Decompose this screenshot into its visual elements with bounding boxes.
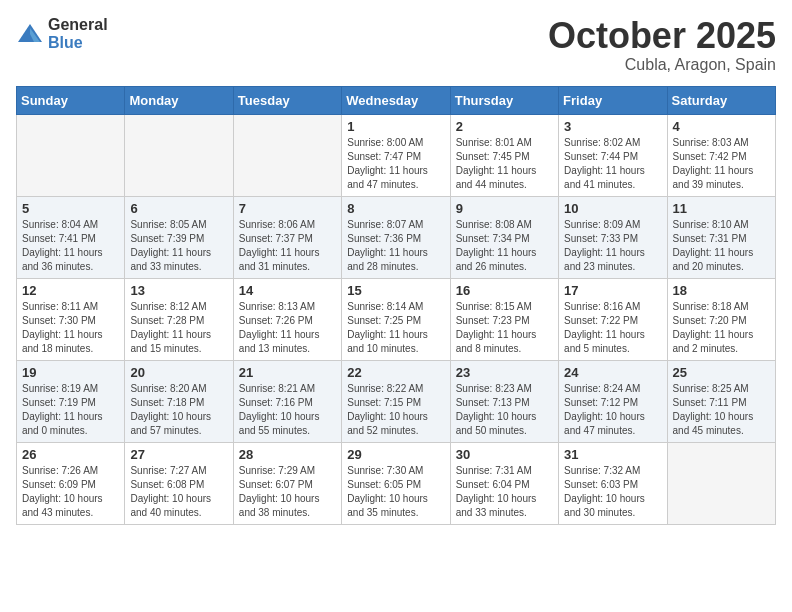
calendar-day-cell <box>233 114 341 196</box>
logo: General Blue <box>16 16 108 51</box>
calendar-week-row: 26Sunrise: 7:26 AM Sunset: 6:09 PM Dayli… <box>17 442 776 524</box>
day-number: 21 <box>239 365 336 380</box>
calendar-day-cell: 29Sunrise: 7:30 AM Sunset: 6:05 PM Dayli… <box>342 442 450 524</box>
day-info: Sunrise: 7:31 AM Sunset: 6:04 PM Dayligh… <box>456 464 553 520</box>
day-number: 31 <box>564 447 661 462</box>
day-info: Sunrise: 8:23 AM Sunset: 7:13 PM Dayligh… <box>456 382 553 438</box>
day-number: 5 <box>22 201 119 216</box>
calendar-day-cell: 1Sunrise: 8:00 AM Sunset: 7:47 PM Daylig… <box>342 114 450 196</box>
day-number: 14 <box>239 283 336 298</box>
day-number: 9 <box>456 201 553 216</box>
weekday-header: Tuesday <box>233 86 341 114</box>
calendar-week-row: 19Sunrise: 8:19 AM Sunset: 7:19 PM Dayli… <box>17 360 776 442</box>
calendar-week-row: 1Sunrise: 8:00 AM Sunset: 7:47 PM Daylig… <box>17 114 776 196</box>
weekday-header: Thursday <box>450 86 558 114</box>
day-info: Sunrise: 8:18 AM Sunset: 7:20 PM Dayligh… <box>673 300 770 356</box>
day-number: 8 <box>347 201 444 216</box>
day-info: Sunrise: 8:05 AM Sunset: 7:39 PM Dayligh… <box>130 218 227 274</box>
day-info: Sunrise: 7:26 AM Sunset: 6:09 PM Dayligh… <box>22 464 119 520</box>
weekday-header: Sunday <box>17 86 125 114</box>
location-title: Cubla, Aragon, Spain <box>548 56 776 74</box>
weekday-header-row: SundayMondayTuesdayWednesdayThursdayFrid… <box>17 86 776 114</box>
weekday-header: Monday <box>125 86 233 114</box>
day-number: 10 <box>564 201 661 216</box>
day-number: 25 <box>673 365 770 380</box>
day-number: 20 <box>130 365 227 380</box>
day-number: 7 <box>239 201 336 216</box>
day-info: Sunrise: 8:07 AM Sunset: 7:36 PM Dayligh… <box>347 218 444 274</box>
day-number: 27 <box>130 447 227 462</box>
day-info: Sunrise: 7:32 AM Sunset: 6:03 PM Dayligh… <box>564 464 661 520</box>
page-header: General Blue October 2025 Cubla, Aragon,… <box>16 16 776 74</box>
calendar-day-cell: 7Sunrise: 8:06 AM Sunset: 7:37 PM Daylig… <box>233 196 341 278</box>
calendar-day-cell: 18Sunrise: 8:18 AM Sunset: 7:20 PM Dayli… <box>667 278 775 360</box>
day-info: Sunrise: 8:16 AM Sunset: 7:22 PM Dayligh… <box>564 300 661 356</box>
calendar-day-cell: 4Sunrise: 8:03 AM Sunset: 7:42 PM Daylig… <box>667 114 775 196</box>
day-info: Sunrise: 8:00 AM Sunset: 7:47 PM Dayligh… <box>347 136 444 192</box>
calendar-day-cell: 12Sunrise: 8:11 AM Sunset: 7:30 PM Dayli… <box>17 278 125 360</box>
calendar-day-cell: 16Sunrise: 8:15 AM Sunset: 7:23 PM Dayli… <box>450 278 558 360</box>
calendar-day-cell: 20Sunrise: 8:20 AM Sunset: 7:18 PM Dayli… <box>125 360 233 442</box>
day-number: 30 <box>456 447 553 462</box>
day-info: Sunrise: 8:25 AM Sunset: 7:11 PM Dayligh… <box>673 382 770 438</box>
calendar-day-cell <box>667 442 775 524</box>
calendar-day-cell: 22Sunrise: 8:22 AM Sunset: 7:15 PM Dayli… <box>342 360 450 442</box>
day-number: 23 <box>456 365 553 380</box>
calendar-day-cell: 11Sunrise: 8:10 AM Sunset: 7:31 PM Dayli… <box>667 196 775 278</box>
calendar-day-cell: 26Sunrise: 7:26 AM Sunset: 6:09 PM Dayli… <box>17 442 125 524</box>
logo-text: General Blue <box>48 16 108 51</box>
day-number: 13 <box>130 283 227 298</box>
day-number: 28 <box>239 447 336 462</box>
day-info: Sunrise: 8:21 AM Sunset: 7:16 PM Dayligh… <box>239 382 336 438</box>
day-info: Sunrise: 7:29 AM Sunset: 6:07 PM Dayligh… <box>239 464 336 520</box>
day-info: Sunrise: 8:12 AM Sunset: 7:28 PM Dayligh… <box>130 300 227 356</box>
calendar-day-cell: 23Sunrise: 8:23 AM Sunset: 7:13 PM Dayli… <box>450 360 558 442</box>
calendar-day-cell: 19Sunrise: 8:19 AM Sunset: 7:19 PM Dayli… <box>17 360 125 442</box>
day-info: Sunrise: 8:06 AM Sunset: 7:37 PM Dayligh… <box>239 218 336 274</box>
calendar-day-cell <box>17 114 125 196</box>
day-info: Sunrise: 8:20 AM Sunset: 7:18 PM Dayligh… <box>130 382 227 438</box>
calendar-day-cell: 27Sunrise: 7:27 AM Sunset: 6:08 PM Dayli… <box>125 442 233 524</box>
calendar-day-cell: 24Sunrise: 8:24 AM Sunset: 7:12 PM Dayli… <box>559 360 667 442</box>
calendar-day-cell: 8Sunrise: 8:07 AM Sunset: 7:36 PM Daylig… <box>342 196 450 278</box>
day-info: Sunrise: 8:22 AM Sunset: 7:15 PM Dayligh… <box>347 382 444 438</box>
day-info: Sunrise: 8:02 AM Sunset: 7:44 PM Dayligh… <box>564 136 661 192</box>
calendar-day-cell: 5Sunrise: 8:04 AM Sunset: 7:41 PM Daylig… <box>17 196 125 278</box>
day-info: Sunrise: 8:09 AM Sunset: 7:33 PM Dayligh… <box>564 218 661 274</box>
day-number: 12 <box>22 283 119 298</box>
day-number: 17 <box>564 283 661 298</box>
day-info: Sunrise: 7:27 AM Sunset: 6:08 PM Dayligh… <box>130 464 227 520</box>
day-number: 29 <box>347 447 444 462</box>
calendar-day-cell: 31Sunrise: 7:32 AM Sunset: 6:03 PM Dayli… <box>559 442 667 524</box>
calendar-day-cell: 10Sunrise: 8:09 AM Sunset: 7:33 PM Dayli… <box>559 196 667 278</box>
calendar-day-cell <box>125 114 233 196</box>
calendar-table: SundayMondayTuesdayWednesdayThursdayFrid… <box>16 86 776 525</box>
day-number: 4 <box>673 119 770 134</box>
calendar-week-row: 5Sunrise: 8:04 AM Sunset: 7:41 PM Daylig… <box>17 196 776 278</box>
calendar-day-cell: 6Sunrise: 8:05 AM Sunset: 7:39 PM Daylig… <box>125 196 233 278</box>
day-info: Sunrise: 8:08 AM Sunset: 7:34 PM Dayligh… <box>456 218 553 274</box>
day-number: 19 <box>22 365 119 380</box>
month-title: October 2025 <box>548 16 776 56</box>
day-info: Sunrise: 8:11 AM Sunset: 7:30 PM Dayligh… <box>22 300 119 356</box>
calendar-day-cell: 9Sunrise: 8:08 AM Sunset: 7:34 PM Daylig… <box>450 196 558 278</box>
day-info: Sunrise: 8:04 AM Sunset: 7:41 PM Dayligh… <box>22 218 119 274</box>
calendar-day-cell: 21Sunrise: 8:21 AM Sunset: 7:16 PM Dayli… <box>233 360 341 442</box>
logo-general: General <box>48 16 108 34</box>
day-number: 11 <box>673 201 770 216</box>
day-number: 1 <box>347 119 444 134</box>
calendar-day-cell: 14Sunrise: 8:13 AM Sunset: 7:26 PM Dayli… <box>233 278 341 360</box>
calendar-day-cell: 2Sunrise: 8:01 AM Sunset: 7:45 PM Daylig… <box>450 114 558 196</box>
day-info: Sunrise: 8:24 AM Sunset: 7:12 PM Dayligh… <box>564 382 661 438</box>
calendar-day-cell: 30Sunrise: 7:31 AM Sunset: 6:04 PM Dayli… <box>450 442 558 524</box>
weekday-header: Wednesday <box>342 86 450 114</box>
day-number: 22 <box>347 365 444 380</box>
day-number: 6 <box>130 201 227 216</box>
title-block: October 2025 Cubla, Aragon, Spain <box>548 16 776 74</box>
calendar-day-cell: 28Sunrise: 7:29 AM Sunset: 6:07 PM Dayli… <box>233 442 341 524</box>
day-info: Sunrise: 8:03 AM Sunset: 7:42 PM Dayligh… <box>673 136 770 192</box>
day-number: 16 <box>456 283 553 298</box>
logo-icon <box>16 20 44 48</box>
day-number: 26 <box>22 447 119 462</box>
day-info: Sunrise: 8:13 AM Sunset: 7:26 PM Dayligh… <box>239 300 336 356</box>
